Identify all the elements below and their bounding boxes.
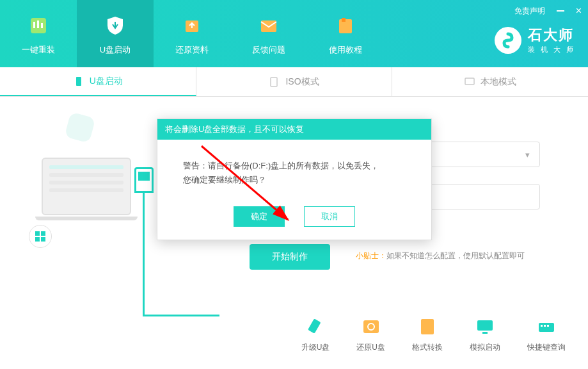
window-controls: 免责声明 × xyxy=(514,5,582,17)
start-button[interactable]: 开始制作 xyxy=(250,244,330,270)
restore-icon xyxy=(179,12,205,39)
svg-rect-18 xyxy=(421,319,434,334)
nav-reinstall[interactable]: 一键重装 xyxy=(0,0,77,67)
dialog-buttons: 确定 取消 xyxy=(157,206,431,240)
svg-rect-24 xyxy=(547,325,549,327)
svg-rect-22 xyxy=(541,325,543,327)
tab-label: U盘启动 xyxy=(90,76,123,87)
shield-icon xyxy=(102,12,129,39)
bottom-toolbar: 升级U盘 还原U盘 格式转换 模拟启动 快捷键查询 xyxy=(301,316,566,353)
nav-feedback[interactable]: 反馈问题 xyxy=(230,0,307,67)
svg-rect-11 xyxy=(35,231,40,236)
bottom-label: 还原U盘 xyxy=(356,342,385,353)
tab-usb-boot[interactable]: U盘启动 xyxy=(0,67,196,96)
tip-content: 如果不知道怎么配置，使用默认配置即可 xyxy=(386,251,525,260)
disclaimer-link[interactable]: 免责声明 xyxy=(514,6,545,17)
svg-rect-15 xyxy=(308,318,321,333)
svg-rect-12 xyxy=(41,231,45,236)
nav-tutorial[interactable]: 使用教程 xyxy=(307,0,384,67)
svg-rect-9 xyxy=(271,78,277,86)
brand-sub: 装 机 大 师 xyxy=(528,45,575,54)
format-icon xyxy=(417,316,438,337)
monitor-icon xyxy=(464,76,475,88)
bottom-label: 模拟启动 xyxy=(470,342,500,353)
svg-rect-2 xyxy=(37,20,39,28)
nav-restore[interactable]: 还原资料 xyxy=(154,0,230,67)
dialog-body: 警告：请自行备份(D:F:)盘上的所有数据，以免丢失， 您确定要继续制作吗？ xyxy=(157,140,431,206)
mail-icon xyxy=(255,12,282,39)
svg-rect-19 xyxy=(477,320,493,331)
svg-rect-13 xyxy=(35,237,40,242)
upgrade-usb[interactable]: 升级U盘 xyxy=(301,316,330,353)
confirm-dialog: 将会删除U盘全部数据，且不可以恢复 警告：请自行备份(D:F:)盘上的所有数据，… xyxy=(157,119,432,240)
svg-rect-1 xyxy=(33,22,35,28)
nav-label: U盘启动 xyxy=(100,44,131,56)
svg-rect-23 xyxy=(544,325,546,327)
tip-label: 小贴士： xyxy=(356,251,386,260)
keyboard-icon xyxy=(536,316,557,337)
simulate-boot[interactable]: 模拟启动 xyxy=(470,316,500,353)
bottom-label: 格式转换 xyxy=(412,342,443,353)
bottom-label: 升级U盘 xyxy=(301,342,330,353)
dialog-title: 将会删除U盘全部数据，且不可以恢复 xyxy=(157,119,431,140)
nav-label: 反馈问题 xyxy=(252,44,285,56)
tab-local[interactable]: 本地模式 xyxy=(392,67,588,96)
bottom-label: 快捷键查询 xyxy=(527,342,566,353)
simulate-icon xyxy=(475,316,495,337)
cancel-button[interactable]: 取消 xyxy=(304,206,355,227)
tab-iso[interactable]: ISO模式 xyxy=(196,67,393,96)
format-convert[interactable]: 格式转换 xyxy=(412,316,443,353)
book-icon xyxy=(332,12,359,39)
chevron-down-icon: ▾ xyxy=(525,150,530,160)
ok-button[interactable]: 确定 xyxy=(234,206,285,227)
svg-rect-8 xyxy=(76,77,81,86)
tab-label: 本地模式 xyxy=(481,76,516,88)
nav-usb-boot[interactable]: U盘启动 xyxy=(77,0,154,67)
brand-area: 石大师 装 机 大 师 xyxy=(495,26,575,54)
svg-rect-20 xyxy=(482,332,488,334)
nav-label: 一键重装 xyxy=(22,44,55,56)
iso-icon xyxy=(269,76,280,88)
upgrade-icon xyxy=(305,316,326,337)
hotkey-query[interactable]: 快捷键查询 xyxy=(527,316,566,353)
svg-rect-21 xyxy=(539,323,554,332)
svg-rect-16 xyxy=(363,320,379,333)
tabs: U盘启动 ISO模式 本地模式 xyxy=(0,67,588,97)
nav-label: 使用教程 xyxy=(329,44,362,56)
svg-rect-14 xyxy=(41,237,45,242)
tip-text: 小贴士：如果不知道怎么配置，使用默认配置即可 xyxy=(356,250,525,261)
logo-icon xyxy=(495,27,521,54)
svg-rect-10 xyxy=(465,78,474,85)
brand-main: 石大师 xyxy=(528,26,575,45)
dialog-line2: 您确定要继续制作吗？ xyxy=(183,173,406,187)
restore-usb-icon xyxy=(361,316,381,337)
nav-label: 还原资料 xyxy=(175,44,209,56)
svg-rect-7 xyxy=(342,18,346,22)
reinstall-icon xyxy=(25,12,52,39)
decorative-badge xyxy=(65,112,96,144)
minimize-button[interactable] xyxy=(557,10,564,12)
close-button[interactable]: × xyxy=(576,5,582,17)
dialog-line1: 警告：请自行备份(D:F:)盘上的所有数据，以免丢失， xyxy=(183,159,406,173)
tab-label: ISO模式 xyxy=(285,76,319,88)
windows-icon xyxy=(29,225,52,248)
svg-rect-3 xyxy=(41,23,43,28)
header: 一键重装 U盘启动 还原资料 反馈问题 使用教程 免责声明 × 石 xyxy=(0,0,588,67)
restore-usb[interactable]: 还原U盘 xyxy=(356,316,385,353)
usb-icon xyxy=(73,76,84,87)
